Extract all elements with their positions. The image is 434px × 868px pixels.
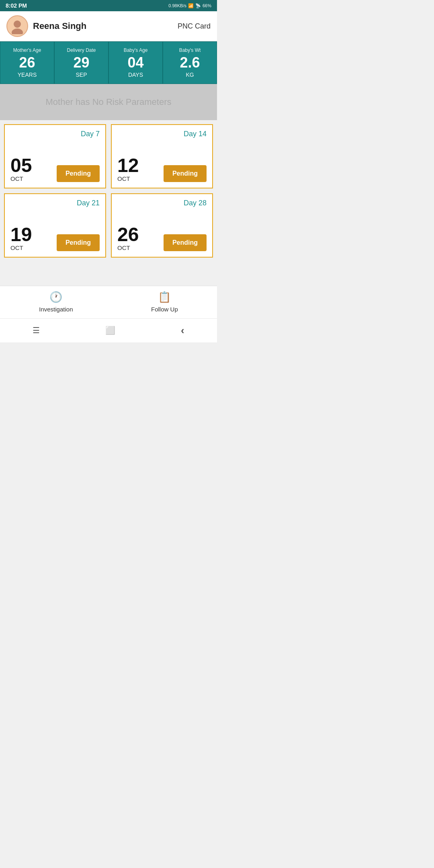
nav-followup[interactable]: 📋 Follow Up — [151, 291, 178, 313]
pending-button-day14[interactable]: Pending — [164, 165, 207, 182]
stat-label-mothers-age: Mother's Age — [3, 47, 51, 53]
visit-day-label-21: Day 21 — [10, 199, 100, 207]
visit-date-num-28: 26 — [117, 225, 139, 244]
nav-investigation-label: Investigation — [39, 306, 73, 313]
stat-value-babys-age: 04 — [111, 55, 160, 71]
visit-grid: Day 7 05 OCT Pending Day 14 12 OCT Pendi… — [0, 120, 217, 262]
visit-card-day21: Day 21 19 OCT Pending — [4, 193, 106, 258]
visit-date-num-7: 05 — [10, 156, 32, 175]
avatar — [6, 15, 28, 37]
stat-value-babys-weight: 2.6 — [166, 55, 214, 71]
bottom-nav: 🕐 Investigation 📋 Follow Up — [0, 286, 217, 318]
patient-header: Reena Singh PNC Card — [0, 11, 217, 41]
stats-grid: Mother's Age 26 YEARS Delivery Date 29 S… — [0, 41, 217, 84]
pnc-card-label: PNC Card — [178, 22, 211, 31]
visit-card-day7: Day 7 05 OCT Pending — [4, 124, 106, 188]
stat-value-mothers-age: 26 — [3, 55, 51, 71]
battery-level: 66% — [203, 3, 211, 8]
status-bar: 8:02 PM 0.98KB/s 📶 📡 66% — [0, 0, 217, 11]
pending-button-day28[interactable]: Pending — [164, 234, 207, 251]
visit-date-month-14: OCT — [117, 175, 139, 182]
visit-card-day14: Day 14 12 OCT Pending — [111, 124, 213, 188]
stat-babys-age: Baby's Age 04 DAYS — [108, 41, 163, 84]
stat-unit-babys-weight: KG — [166, 72, 214, 78]
pending-button-day7[interactable]: Pending — [57, 165, 100, 182]
stat-label-babys-weight: Baby's Wt — [166, 47, 214, 53]
nav-investigation[interactable]: 🕐 Investigation — [39, 291, 73, 313]
pending-button-day21[interactable]: Pending — [57, 234, 100, 251]
android-nav-bar: ☰ ⬜ ‹ — [0, 318, 217, 342]
patient-name: Reena Singh — [33, 21, 86, 31]
status-icons: 0.98KB/s 📶 📡 66% — [168, 3, 211, 8]
status-time: 8:02 PM — [6, 2, 27, 9]
stat-label-babys-age: Baby's Age — [111, 47, 160, 53]
nav-followup-label: Follow Up — [151, 306, 178, 313]
visit-day-label-28: Day 28 — [117, 199, 207, 207]
stat-unit-delivery-date: SEP — [57, 72, 106, 78]
svg-point-1 — [12, 29, 23, 34]
wifi-icon: 📡 — [195, 3, 201, 8]
network-speed: 0.98KB/s — [168, 3, 186, 8]
stat-unit-babys-age: DAYS — [111, 72, 160, 78]
clipboard-icon: 📋 — [158, 291, 171, 303]
visit-date-num-21: 19 — [10, 225, 32, 244]
visit-date-month-7: OCT — [10, 175, 32, 182]
visit-date-num-14: 12 — [117, 156, 139, 175]
android-menu-icon[interactable]: ☰ — [33, 326, 40, 335]
visit-day-label-7: Day 7 — [10, 130, 100, 138]
visit-date-month-21: OCT — [10, 244, 32, 251]
bottom-spacer — [0, 262, 217, 286]
clock-icon: 🕐 — [49, 291, 62, 303]
stat-unit-mothers-age: YEARS — [3, 72, 51, 78]
risk-text: Mother has No Risk Parameters — [46, 97, 172, 107]
patient-info: Reena Singh — [6, 15, 86, 37]
android-home-icon[interactable]: ⬜ — [105, 326, 115, 335]
stat-mothers-age: Mother's Age 26 YEARS — [0, 41, 54, 84]
risk-banner: Mother has No Risk Parameters — [0, 84, 217, 120]
stat-delivery-date: Delivery Date 29 SEP — [54, 41, 108, 84]
signal-icon: 📶 — [188, 3, 194, 8]
visit-date-month-28: OCT — [117, 244, 139, 251]
android-back-icon[interactable]: ‹ — [181, 324, 184, 337]
stat-value-delivery-date: 29 — [57, 55, 106, 71]
visit-day-label-14: Day 14 — [117, 130, 207, 138]
stat-label-delivery-date: Delivery Date — [57, 47, 106, 53]
stat-babys-weight: Baby's Wt 2.6 KG — [163, 41, 217, 84]
svg-point-0 — [14, 20, 21, 28]
visit-card-day28: Day 28 26 OCT Pending — [111, 193, 213, 258]
